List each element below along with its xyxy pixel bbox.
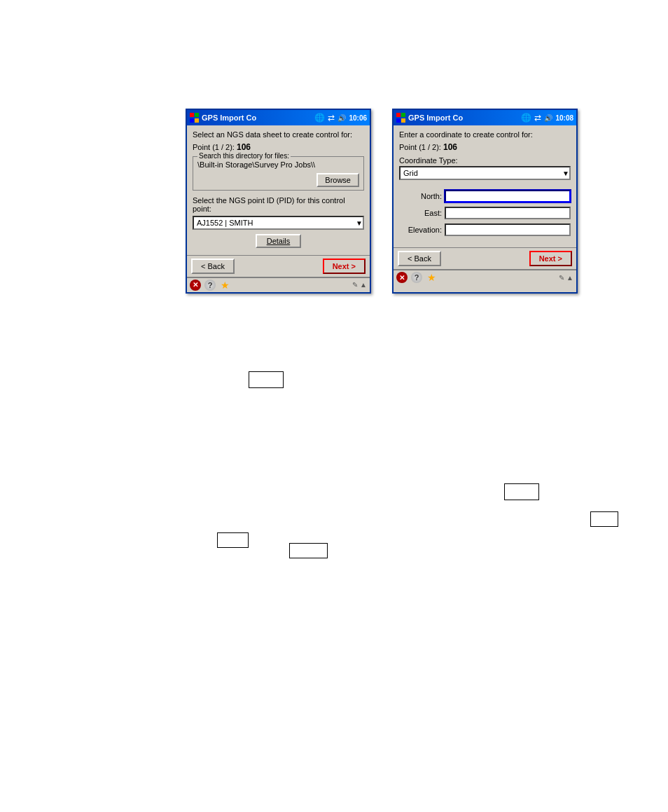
north-row: North: — [399, 190, 571, 202]
east-label: East: — [399, 209, 445, 217]
coord-form: North: East: Elevation: — [399, 187, 571, 243]
ngs-title-globe-icon: 🌐 — [314, 113, 325, 123]
coord-point-value: 106 — [443, 142, 457, 152]
details-button[interactable]: Details — [256, 234, 302, 248]
browse-button[interactable]: Browse — [316, 173, 359, 187]
coord-title-globe-icon: 🌐 — [521, 113, 531, 123]
ngs-back-button[interactable]: < Back — [191, 259, 235, 274]
coord-help-icon[interactable]: ? — [411, 272, 422, 283]
elevation-row: Elevation: — [399, 223, 571, 236]
coord-dialog: GPS Import Co 🌐 ⇄ 🔊 10:08 Enter a coordi… — [392, 109, 578, 294]
north-input[interactable] — [445, 190, 571, 202]
close-icon[interactable]: ✕ — [190, 280, 201, 291]
ngs-select-label: Select the NGS point ID (PID) for this c… — [193, 196, 364, 213]
coord-title-time: 10:08 — [555, 114, 573, 122]
coord-instruction: Enter a coordinate to create control for… — [399, 130, 571, 139]
coord-favorites-icon[interactable]: ★ — [426, 272, 437, 283]
windows-logo-icon — [190, 113, 200, 123]
coord-type-select-wrapper: Grid Geographic Local ▼ — [399, 166, 571, 180]
help-icon[interactable]: ? — [204, 280, 216, 291]
ngs-title-bar: GPS Import Co 🌐 ⇄ 🔊 10:06 — [187, 110, 370, 125]
coord-close-icon[interactable]: ✕ — [396, 272, 408, 283]
coord-taskbar: ✕ ? ★ ✎ ▲ — [394, 269, 576, 284]
ngs-pid-select[interactable]: AJ1552 | SMITH — [193, 216, 364, 230]
coord-pen-icon[interactable]: ✎ — [559, 274, 564, 282]
coord-point-row: Point (1 / 2): 106 — [399, 142, 571, 152]
floating-rect-2 — [504, 483, 539, 500]
coord-type-label: Coordinate Type: — [399, 156, 571, 165]
floating-rect-1 — [249, 371, 284, 388]
east-row: East: — [399, 207, 571, 219]
coord-title-sync-icon: ⇄ — [534, 113, 541, 123]
coord-point-label: Point (1 / 2): — [399, 143, 441, 151]
coord-app-title: GPS Import Co — [408, 113, 463, 122]
east-input[interactable] — [445, 207, 571, 219]
ngs-directory-path: \Built-in Storage\Survey Pro Jobs\\ — [197, 160, 359, 170]
ngs-point-row: Point (1 / 2): 106 — [193, 142, 364, 152]
ngs-instruction: Select an NGS data sheet to create contr… — [193, 130, 364, 139]
north-label: North: — [399, 192, 445, 200]
ngs-dialog: GPS Import Co 🌐 ⇄ 🔊 10:06 Select an NGS … — [186, 109, 371, 294]
favorites-icon[interactable]: ★ — [219, 280, 230, 291]
elevation-input[interactable] — [445, 223, 571, 236]
ngs-app-title: GPS Import Co — [202, 113, 256, 122]
ngs-nav-bar: < Back Next > — [187, 255, 370, 277]
ngs-group-label: Search this directory for files: — [197, 152, 291, 160]
coord-title-bar: GPS Import Co 🌐 ⇄ 🔊 10:08 — [394, 110, 576, 125]
ngs-pid-select-wrapper: AJ1552 | SMITH ▼ — [193, 216, 364, 230]
ngs-title-sound-icon: 🔊 — [338, 114, 346, 122]
ngs-point-value: 106 — [237, 142, 251, 152]
coord-next-button[interactable]: Next > — [529, 251, 572, 266]
windows-logo2-icon — [396, 113, 406, 123]
coord-back-button[interactable]: < Back — [398, 251, 441, 266]
ngs-point-label: Point (1 / 2): — [193, 143, 235, 151]
floating-rect-5 — [289, 543, 328, 558]
expand-icon[interactable]: ▲ — [360, 281, 367, 289]
coord-expand-icon[interactable]: ▲ — [566, 274, 573, 282]
elevation-label: Elevation: — [399, 226, 445, 234]
coord-nav-bar: < Back Next > — [394, 247, 576, 269]
ngs-title-sync-icon: ⇄ — [328, 113, 335, 123]
floating-rect-3 — [590, 511, 618, 527]
floating-rect-4 — [217, 532, 249, 548]
ngs-title-time: 10:06 — [349, 114, 367, 122]
ngs-search-group: Search this directory for files: \Built-… — [193, 156, 364, 190]
coord-type-select[interactable]: Grid Geographic Local — [399, 166, 571, 180]
ngs-next-button[interactable]: Next > — [323, 259, 366, 274]
ngs-taskbar: ✕ ? ★ ✎ ▲ — [187, 277, 370, 292]
pen-icon[interactable]: ✎ — [352, 281, 358, 289]
coord-title-sound-icon: 🔊 — [544, 114, 552, 122]
